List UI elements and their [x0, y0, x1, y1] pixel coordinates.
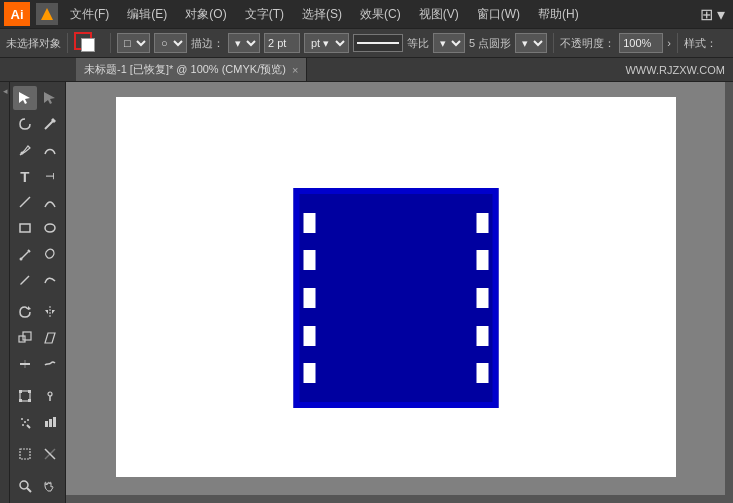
arc-tool[interactable]	[38, 190, 62, 214]
blob-brush-tool[interactable]	[38, 242, 62, 266]
tool-row-1	[12, 86, 63, 110]
app-icon-small	[36, 3, 58, 25]
opacity-arrow: ›	[667, 37, 671, 49]
menu-view[interactable]: 视图(V)	[411, 4, 467, 25]
hole-left-4	[304, 326, 316, 346]
toolbar: 未选择对象 □ ○ 描边： ▾ pt ▾ 等比 ▾ 5 点圆形 ▾ 不透明度： …	[0, 28, 733, 58]
menu-edit[interactable]: 编辑(E)	[119, 4, 175, 25]
stroke-width-input[interactable]	[264, 33, 300, 53]
collapse-arrow-icon: ◂	[0, 86, 10, 96]
column-graph-tool[interactable]	[38, 410, 62, 434]
warp-tool[interactable]	[38, 352, 62, 376]
vertical-type-tool[interactable]: T	[38, 164, 62, 188]
tool-row-3	[12, 138, 63, 162]
hole-right-4	[477, 326, 489, 346]
points-label: 5 点圆形	[469, 36, 511, 51]
hole-left-2	[304, 250, 316, 270]
hand-tool[interactable]	[38, 474, 62, 498]
left-panel-collapse[interactable]: ◂	[0, 82, 10, 503]
svg-line-3	[45, 121, 53, 129]
menu-bar: Ai 文件(F) 编辑(E) 对象(O) 文字(T) 选择(S) 效果(C) 视…	[0, 0, 733, 28]
symbolspray-tool[interactable]	[13, 410, 37, 434]
stroke-align-select[interactable]: ▾	[228, 33, 260, 53]
stroke-dash-selector[interactable]	[353, 34, 403, 52]
stroke-ratio-label: 等比	[407, 36, 429, 51]
svg-marker-1	[19, 92, 30, 104]
document-tab[interactable]: 未标题-1 [已恢复]* @ 100% (CMYK/预览) ×	[76, 58, 307, 81]
svg-rect-33	[20, 449, 30, 459]
hole-left-5	[304, 363, 316, 383]
svg-point-9	[19, 258, 22, 261]
toolbar-sep-2	[110, 33, 111, 53]
ellipse-tool[interactable]	[38, 216, 62, 240]
smooth-tool[interactable]	[38, 268, 62, 292]
slice-tool[interactable]	[38, 442, 62, 466]
horizontal-scrollbar[interactable]	[66, 495, 725, 503]
zoom-tool[interactable]	[13, 474, 37, 498]
svg-line-10	[21, 276, 29, 284]
svg-line-37	[27, 488, 31, 492]
type-tool[interactable]: T	[13, 164, 37, 188]
stroke-select[interactable]: □	[117, 33, 150, 53]
svg-point-29	[22, 424, 24, 426]
svg-point-5	[20, 152, 23, 155]
watermark: WWW.RJZXW.COM	[625, 64, 733, 76]
svg-point-24	[48, 392, 52, 396]
menu-object[interactable]: 对象(O)	[177, 4, 234, 25]
menu-file[interactable]: 文件(F)	[62, 4, 117, 25]
menu-text[interactable]: 文字(T)	[237, 4, 292, 25]
lasso-tool[interactable]	[13, 112, 37, 136]
svg-marker-18	[45, 333, 55, 343]
svg-rect-23	[28, 399, 31, 402]
tool-row-9	[12, 300, 63, 324]
svg-marker-12	[28, 306, 31, 310]
hole-right-5	[477, 363, 489, 383]
svg-rect-21	[28, 390, 31, 393]
hole-left-1	[304, 213, 316, 233]
svg-point-27	[24, 421, 26, 423]
scale-tool[interactable]	[13, 326, 37, 350]
stroke-label: 描边：	[191, 36, 224, 51]
puppet-warp-tool[interactable]	[38, 384, 62, 408]
menu-help[interactable]: 帮助(H)	[530, 4, 587, 25]
pencil-tool[interactable]	[13, 268, 37, 292]
stroke-cap-select[interactable]: ▾	[433, 33, 465, 53]
no-selection-label: 未选择对象	[6, 36, 61, 51]
vertical-scrollbar[interactable]	[725, 82, 733, 503]
paintbrush-tool[interactable]	[13, 242, 37, 266]
dash-line	[357, 42, 399, 44]
tool-row-6	[12, 216, 63, 240]
canvas-area[interactable]	[66, 82, 733, 503]
reflect-tool[interactable]	[38, 300, 62, 324]
menu-window[interactable]: 窗口(W)	[469, 4, 528, 25]
freetransform-tool[interactable]	[13, 384, 37, 408]
tool-row-11	[12, 352, 63, 376]
svg-point-28	[27, 419, 29, 421]
width-tool[interactable]	[13, 352, 37, 376]
stroke-shape-select[interactable]: ○	[154, 33, 187, 53]
hole-right-1	[477, 213, 489, 233]
rect-tool[interactable]	[13, 216, 37, 240]
magic-wand-tool[interactable]	[38, 112, 62, 136]
style-label: 样式：	[684, 36, 717, 51]
select-tool[interactable]	[13, 86, 37, 110]
stroke-unit-select[interactable]: pt ▾	[304, 33, 349, 53]
curvature-tool[interactable]	[38, 138, 62, 162]
direct-select-tool[interactable]	[38, 86, 62, 110]
menu-select[interactable]: 选择(S)	[294, 4, 350, 25]
shear-tool[interactable]	[38, 326, 62, 350]
svg-line-6	[20, 197, 30, 207]
line-tool[interactable]	[13, 190, 37, 214]
pen-tool[interactable]	[13, 138, 37, 162]
points-select[interactable]: ▾	[515, 33, 547, 53]
menu-effect[interactable]: 效果(C)	[352, 4, 409, 25]
artboard-tool[interactable]	[13, 442, 37, 466]
svg-rect-16	[19, 336, 25, 342]
color-indicator[interactable]	[74, 32, 104, 54]
tab-close-button[interactable]: ×	[292, 64, 298, 76]
opacity-input[interactable]	[619, 33, 663, 53]
svg-rect-22	[19, 399, 22, 402]
tab-bar: 未标题-1 [已恢复]* @ 100% (CMYK/预览) × WWW.RJZX…	[0, 58, 733, 82]
rotate-tool[interactable]	[13, 300, 37, 324]
grid-icon[interactable]: ⊞ ▾	[700, 5, 725, 24]
